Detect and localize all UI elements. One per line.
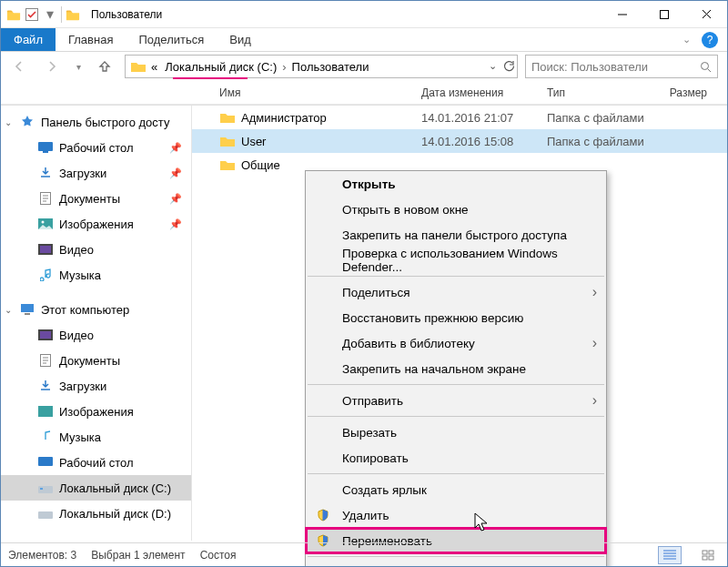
qat-dropdown-icon[interactable]: ▾: [43, 7, 57, 22]
sidebar-item-pictures[interactable]: Изображения📌: [1, 211, 191, 237]
breadcrumb-item[interactable]: Локальный диск (C:): [161, 60, 280, 74]
folder-icon: [129, 60, 147, 73]
downloads-icon: [37, 380, 54, 392]
sidebar-label: Видео: [59, 329, 94, 342]
tab-file[interactable]: Файл: [1, 28, 56, 51]
chevron-down-icon[interactable]: ⌄: [5, 117, 12, 127]
sidebar-this-pc[interactable]: ⌄ Этот компьютер: [1, 297, 191, 322]
minimize-button[interactable]: [602, 1, 643, 28]
close-button[interactable]: [685, 1, 727, 28]
sidebar-label: Рабочий стол: [59, 141, 134, 155]
view-large-icons-button[interactable]: [696, 546, 720, 564]
menu-delete[interactable]: Удалить: [306, 502, 606, 528]
svg-rect-11: [25, 313, 30, 315]
sidebar-label: Локальный диск (D:): [59, 507, 171, 521]
menu-separator: [308, 473, 604, 474]
desktop-icon: [37, 142, 54, 153]
sidebar-item-downloads[interactable]: Загрузки: [1, 373, 191, 399]
menu-send-to[interactable]: Отправить›: [306, 388, 606, 413]
status-bar: Элементов: 3 Выбран 1 элемент Состоя: [1, 542, 727, 566]
drive-icon: [37, 508, 54, 519]
nav-up-button[interactable]: [92, 54, 117, 79]
videos-icon: [37, 244, 54, 255]
nav-forward-button[interactable]: [39, 54, 65, 79]
chevron-down-icon[interactable]: ⌄: [682, 34, 691, 46]
column-name[interactable]: Имя: [219, 86, 421, 99]
menu-pin-start[interactable]: Закрепить на начальном экране: [306, 356, 606, 381]
chevron-right-icon: ›: [592, 284, 597, 300]
column-type[interactable]: Тип: [547, 86, 663, 99]
checkbox-icon[interactable]: [25, 7, 39, 22]
sidebar-network[interactable]: › Сеть: [1, 535, 191, 541]
file-type: Папка с файлами: [547, 111, 663, 125]
table-row[interactable]: User 14.01.2016 15:08 Папка с файлами: [192, 129, 727, 153]
breadcrumb-overflow[interactable]: «: [147, 60, 161, 74]
column-date[interactable]: Дата изменения: [421, 86, 547, 99]
menu-pin-quick-access[interactable]: Закрепить на панели быстрого доступа: [306, 222, 606, 248]
tab-share[interactable]: Поделиться: [126, 28, 217, 51]
sidebar-item-pictures[interactable]: Изображения: [1, 399, 191, 424]
nav-back-button[interactable]: [6, 54, 32, 79]
sidebar-label: Загрузки: [59, 167, 106, 180]
sidebar-label: Документы: [59, 192, 120, 206]
documents-icon: [37, 192, 54, 205]
explorer-window: ▾ Пользователи Файл Главная Поделиться В…: [0, 0, 728, 567]
refresh-icon[interactable]: [502, 60, 515, 73]
help-icon[interactable]: ?: [702, 32, 718, 48]
sidebar-quick-access[interactable]: ⌄ Панель быстрого досту: [1, 109, 191, 135]
drive-icon: [37, 482, 54, 493]
sidebar-item-desktop[interactable]: Рабочий стол: [1, 450, 191, 475]
sidebar-item-documents[interactable]: Документы📌: [1, 186, 191, 211]
sidebar-item-local-disk-c[interactable]: Локальный диск (C:): [1, 475, 191, 501]
sidebar-item-local-disk-d[interactable]: Локальный диск (D:): [1, 501, 191, 526]
folder-icon: [6, 7, 21, 22]
menu-scan-defender[interactable]: Проверка с использованием Windows Defend…: [306, 248, 606, 273]
chevron-right-icon[interactable]: ›: [280, 60, 288, 74]
menu-add-to-library[interactable]: Добавить в библиотеку›: [306, 330, 606, 356]
ribbon-tabs: Файл Главная Поделиться Вид ⌄ ?: [1, 28, 727, 52]
menu-restore-previous[interactable]: Восстановить прежнюю версию: [306, 305, 606, 330]
sidebar-item-music[interactable]: Музыка: [1, 424, 191, 450]
menu-copy[interactable]: Копировать: [306, 445, 606, 471]
menu-open-new-window[interactable]: Открыть в новом окне: [306, 197, 606, 222]
folder-icon: [219, 135, 236, 147]
menu-create-shortcut[interactable]: Создать ярлык: [306, 477, 606, 502]
documents-icon: [37, 354, 54, 367]
table-row[interactable]: Администратор 14.01.2016 21:07 Папка с ф…: [192, 106, 727, 129]
sidebar-item-downloads[interactable]: Загрузки📌: [1, 160, 191, 186]
sidebar-item-videos[interactable]: Видео: [1, 322, 191, 348]
chevron-right-icon: ›: [592, 335, 597, 351]
search-input[interactable]: Поиск: Пользователи: [525, 55, 718, 78]
menu-separator: [308, 384, 604, 385]
sidebar-item-documents[interactable]: Документы: [1, 348, 191, 373]
pictures-icon: [37, 218, 54, 229]
tab-home[interactable]: Главная: [56, 28, 126, 51]
chevron-right-icon: ›: [592, 392, 597, 409]
column-size[interactable]: Размер: [663, 86, 718, 99]
dropdown-history-icon[interactable]: ⌄: [489, 60, 497, 73]
svg-rect-3: [38, 142, 53, 151]
file-type: Папка с файлами: [547, 135, 663, 148]
maximize-button[interactable]: [643, 1, 685, 28]
quick-access-toolbar: ▾: [1, 6, 86, 23]
downloads-icon: [37, 167, 54, 179]
sidebar-item-desktop[interactable]: Рабочий стол📌: [1, 135, 191, 160]
file-name: Администратор: [241, 111, 327, 125]
breadcrumb-item[interactable]: Пользователи: [288, 60, 373, 74]
svg-rect-24: [709, 551, 713, 554]
tab-view[interactable]: Вид: [217, 28, 264, 51]
nav-history-dropdown[interactable]: ▾: [72, 54, 85, 79]
sidebar-item-videos[interactable]: Видео: [1, 237, 191, 262]
menu-cut[interactable]: Вырезать: [306, 420, 606, 445]
sidebar-label: Документы: [59, 354, 120, 368]
sidebar-item-music[interactable]: Музыка: [1, 262, 191, 288]
address-bar[interactable]: « Локальный диск (C:) › Пользователи ⌄: [125, 55, 518, 78]
svg-rect-18: [40, 488, 43, 490]
menu-open[interactable]: Открыть: [306, 171, 606, 197]
menu-share[interactable]: Поделиться›: [306, 279, 606, 305]
window-controls: [602, 1, 727, 28]
view-details-button[interactable]: [658, 546, 682, 564]
sidebar-label: Музыка: [59, 430, 101, 444]
chevron-down-icon[interactable]: ⌄: [5, 305, 12, 315]
svg-rect-19: [38, 511, 53, 519]
